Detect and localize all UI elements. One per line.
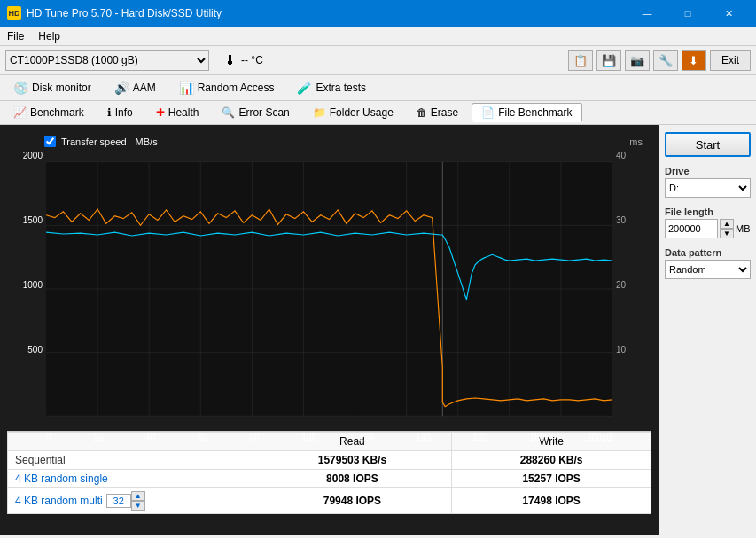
minimize-button[interactable]: —: [627, 0, 667, 27]
random-access-icon: 📊: [179, 81, 194, 95]
chart-header: Transfer speed MB/s ms: [7, 132, 651, 147]
x-120: 120: [359, 433, 374, 442]
y-left-2000: 2000: [11, 151, 46, 160]
main-content: Transfer speed MB/s ms 2000 1500 1000 50…: [0, 125, 756, 535]
drive-section: Drive D:: [665, 166, 751, 198]
chart-with-axes: 2000 1500 1000 500: [7, 147, 651, 431]
nav-row-1: 💿 Disk monitor 🔊 AAM 📊 Random Access 🧪 E…: [0, 75, 756, 101]
drive-select[interactable]: D:: [665, 178, 751, 198]
x-20: 20: [93, 433, 103, 442]
download-icon[interactable]: ⬇: [682, 50, 706, 71]
spinner-down[interactable]: ▼: [131, 501, 145, 511]
thermometer-icon: 🌡: [223, 52, 238, 68]
transfer-speed-label: Transfer speed: [61, 136, 127, 147]
tab-file-benchmark-label: File Benchmark: [498, 106, 572, 119]
4kb-single-write: 15257 IOPS: [452, 470, 651, 488]
titlebar: HD HD Tune Pro 5.70 - Hard Disk/SSD Util…: [0, 0, 756, 27]
x-100: 100: [301, 433, 316, 442]
tab-health[interactable]: ✚ Health: [146, 103, 209, 122]
menubar: File Help: [0, 27, 756, 46]
nav-disk-monitor-label: Disk monitor: [32, 82, 91, 94]
menu-file[interactable]: File: [0, 28, 31, 44]
file-length-section: File length ▲ ▼ MB: [665, 207, 751, 238]
tab-folder-usage[interactable]: 📁 Folder Usage: [303, 103, 403, 122]
copy-icon[interactable]: 📋: [568, 50, 593, 71]
x-60: 60: [198, 433, 207, 442]
camera-icon[interactable]: 📷: [625, 50, 650, 71]
tab-folder-usage-label: Folder Usage: [330, 106, 394, 119]
benchmark-icon: 📈: [13, 106, 27, 119]
y-axis-left: 2000 1500 1000 500: [11, 147, 46, 431]
y-right-30: 30: [612, 215, 648, 225]
y-right-40: 40: [612, 151, 648, 160]
start-button[interactable]: Start: [665, 132, 751, 157]
error-scan-icon: 🔍: [222, 106, 235, 119]
nav-random-access[interactable]: 📊 Random Access: [169, 77, 284, 98]
drive-label: Drive: [665, 166, 751, 176]
y-left-1500: 1500: [11, 215, 46, 225]
info-icon: ℹ: [107, 106, 112, 119]
toolbar-icons: 📋 💾 📷 🔧 ⬇ Exit: [568, 50, 751, 71]
transfer-speed-checkbox[interactable]: [44, 136, 56, 147]
file-length-up[interactable]: ▲: [720, 219, 734, 229]
chart-area: Transfer speed MB/s ms 2000 1500 1000 50…: [0, 125, 659, 535]
file-length-input[interactable]: [665, 219, 718, 238]
x-160: 160: [472, 433, 487, 442]
spinner-up[interactable]: ▲: [131, 491, 145, 501]
table-row: 4 KB random multi 32 ▲ ▼ 79948: [8, 488, 651, 514]
app-title: HD Tune Pro 5.70 - Hard Disk/SSD Utility: [27, 7, 222, 19]
tab-info[interactable]: ℹ Info: [97, 103, 143, 122]
table-row: 4 KB random single 8008 IOPS 15257 IOPS: [8, 470, 651, 488]
maximize-button[interactable]: □: [667, 0, 708, 27]
exit-button[interactable]: Exit: [710, 50, 751, 71]
tab-error-scan-label: Error Scan: [238, 106, 289, 119]
nav-row-2: 📈 Benchmark ℹ Info ✚ Health 🔍 Error Scan…: [0, 101, 756, 125]
tab-benchmark-label: Benchmark: [30, 106, 84, 119]
y-right-10: 10: [612, 345, 648, 355]
window-controls: — □ ✕: [627, 0, 749, 27]
4kb-single-read: 8008 IOPS: [253, 470, 452, 488]
tab-info-label: Info: [115, 106, 133, 119]
data-pattern-select[interactable]: Random Sequential 0x00 0xFF: [665, 260, 751, 279]
file-length-unit: MB: [736, 223, 751, 234]
drivebar: CT1000P1SSD8 (1000 gB) 🌡 -- °C 📋 💾 📷 🔧 ⬇…: [0, 46, 756, 75]
chart-svg: [46, 147, 612, 431]
sequential-read: 1579503 KB/s: [253, 451, 452, 470]
right-panel: Start Drive D: File length ▲ ▼ MB Data p…: [659, 125, 756, 535]
y-left-1000: 1000: [11, 280, 46, 290]
4kb-multi-label: 4 KB random multi 32 ▲ ▼: [8, 488, 253, 514]
y-left-500: 500: [11, 345, 46, 355]
disk-monitor-icon: 💿: [13, 81, 28, 95]
x-40: 40: [145, 433, 155, 442]
x-140: 140: [416, 433, 431, 442]
drive-selector[interactable]: CT1000P1SSD8 (1000 gB): [5, 50, 209, 71]
stats-table: Read Write Sequential 1579503 KB/s 28826…: [7, 431, 651, 514]
save-icon[interactable]: 💾: [596, 50, 621, 71]
nav-aam[interactable]: 🔊 AAM: [105, 77, 166, 98]
tab-error-scan[interactable]: 🔍 Error Scan: [212, 103, 299, 122]
tab-erase[interactable]: 🗑 Erase: [407, 103, 468, 122]
nav-disk-monitor[interactable]: 💿 Disk monitor: [4, 77, 101, 98]
sequential-label: Sequential: [8, 451, 253, 470]
temp-value: -- °C: [241, 54, 263, 66]
file-length-down[interactable]: ▼: [720, 229, 734, 238]
close-button[interactable]: ✕: [708, 0, 749, 27]
nav-aam-label: AAM: [133, 82, 156, 94]
tab-health-label: Health: [168, 106, 199, 119]
4kb-multi-write: 17498 IOPS: [452, 488, 651, 514]
mb-unit-label: MB/s: [136, 136, 158, 147]
nav-random-access-label: Random Access: [198, 82, 275, 94]
titlebar-left: HD HD Tune Pro 5.70 - Hard Disk/SSD Util…: [7, 6, 222, 20]
ms-unit-label: ms: [629, 136, 643, 147]
thread-count-spinner[interactable]: 32 ▲ ▼: [106, 491, 145, 511]
x-0: 0: [46, 433, 51, 442]
tab-benchmark[interactable]: 📈 Benchmark: [4, 103, 94, 122]
nav-extra-tests[interactable]: 🧪 Extra tests: [287, 77, 376, 98]
y-right-20: 20: [612, 280, 648, 290]
menu-help[interactable]: Help: [31, 28, 67, 44]
x-180: 180: [530, 433, 545, 442]
y-axis-right: 40 30 20 10: [612, 147, 648, 431]
tab-file-benchmark[interactable]: 📄 File Benchmark: [472, 103, 581, 122]
settings-icon[interactable]: 🔧: [653, 50, 678, 71]
x-200-gb: 200gB: [587, 433, 612, 442]
